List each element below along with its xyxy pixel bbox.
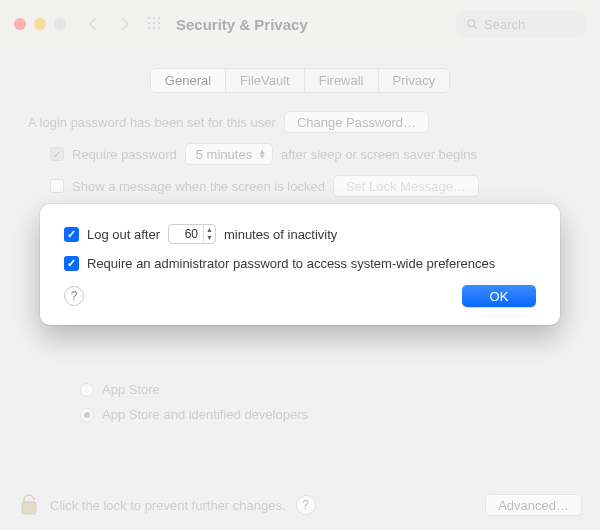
svg-point-8 bbox=[158, 26, 161, 29]
logout-after-checkbox[interactable] bbox=[64, 227, 79, 242]
lock-icon[interactable] bbox=[18, 490, 40, 521]
allow-app-store-label: App Store bbox=[102, 382, 160, 397]
svg-point-1 bbox=[153, 16, 156, 19]
footer-help-button[interactable]: ? bbox=[296, 495, 316, 515]
search-placeholder: Search bbox=[484, 17, 525, 32]
chevron-updown-icon: ▲▼ bbox=[258, 149, 266, 159]
allow-app-store-radio[interactable] bbox=[80, 383, 94, 397]
require-admin-checkbox[interactable] bbox=[64, 256, 79, 271]
login-password-set-label: A login password has been set for this u… bbox=[28, 115, 276, 130]
window-footer: Click the lock to prevent further change… bbox=[0, 480, 600, 530]
back-button[interactable] bbox=[82, 13, 104, 35]
logout-minutes-stepper[interactable]: 60 ▲▼ bbox=[168, 224, 216, 244]
svg-point-9 bbox=[468, 20, 475, 27]
tab-privacy[interactable]: Privacy bbox=[379, 69, 450, 92]
show-all-prefs-button[interactable] bbox=[146, 15, 162, 34]
window-toolbar: Security & Privacy Search bbox=[0, 0, 600, 48]
sheet-help-button[interactable]: ? bbox=[64, 286, 84, 306]
window-title: Security & Privacy bbox=[176, 16, 308, 33]
forward-button[interactable] bbox=[114, 13, 136, 35]
require-password-delay-value: 5 minutes bbox=[196, 147, 252, 162]
ok-button[interactable]: OK bbox=[462, 285, 536, 307]
svg-rect-11 bbox=[22, 502, 36, 514]
svg-point-3 bbox=[148, 21, 151, 24]
minimize-window-button[interactable] bbox=[34, 18, 46, 30]
require-password-delay-select[interactable]: 5 minutes ▲▼ bbox=[185, 143, 273, 165]
logout-after-label-a: Log out after bbox=[87, 227, 160, 242]
allow-app-store-dev-label: App Store and identified developers bbox=[102, 407, 308, 422]
close-window-button[interactable] bbox=[14, 18, 26, 30]
require-password-checkbox[interactable] bbox=[50, 147, 64, 161]
lock-description: Click the lock to prevent further change… bbox=[50, 498, 286, 513]
traffic-lights bbox=[14, 18, 66, 30]
logout-minutes-value: 60 bbox=[169, 227, 203, 241]
stepper-arrows-icon: ▲▼ bbox=[203, 225, 215, 243]
require-admin-label: Require an administrator password to acc… bbox=[87, 256, 495, 271]
show-lock-message-label: Show a message when the screen is locked bbox=[72, 179, 325, 194]
set-lock-message-button[interactable]: Set Lock Message… bbox=[333, 175, 479, 197]
show-lock-message-checkbox[interactable] bbox=[50, 179, 64, 193]
search-icon bbox=[466, 18, 478, 30]
advanced-button[interactable]: Advanced… bbox=[485, 494, 582, 516]
zoom-window-button[interactable] bbox=[54, 18, 66, 30]
change-password-button[interactable]: Change Password… bbox=[284, 111, 429, 133]
tab-general[interactable]: General bbox=[151, 69, 226, 92]
require-password-label: Require password bbox=[72, 147, 177, 162]
svg-point-5 bbox=[158, 21, 161, 24]
advanced-options-sheet: Log out after 60 ▲▼ minutes of inactivit… bbox=[40, 204, 560, 325]
search-field[interactable]: Search bbox=[456, 11, 586, 37]
svg-point-0 bbox=[148, 16, 151, 19]
svg-point-4 bbox=[153, 21, 156, 24]
svg-point-6 bbox=[148, 26, 151, 29]
allow-app-store-dev-radio[interactable] bbox=[80, 408, 94, 422]
tab-bar: General FileVault Firewall Privacy bbox=[0, 68, 600, 93]
svg-point-7 bbox=[153, 26, 156, 29]
svg-line-10 bbox=[474, 26, 476, 28]
tab-firewall[interactable]: Firewall bbox=[305, 69, 379, 92]
require-password-after-label: after sleep or screen saver begins bbox=[281, 147, 477, 162]
svg-point-2 bbox=[158, 16, 161, 19]
logout-after-label-b: minutes of inactivity bbox=[224, 227, 337, 242]
tab-filevault[interactable]: FileVault bbox=[226, 69, 305, 92]
